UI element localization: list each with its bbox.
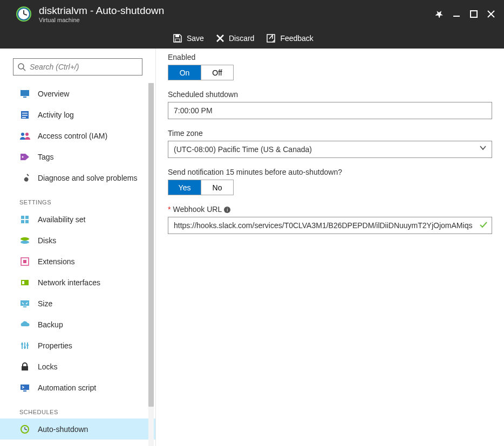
svg-rect-25 <box>21 216 24 219</box>
svg-rect-35 <box>21 300 29 306</box>
webhook-input[interactable] <box>168 217 492 234</box>
sidebar-item-tags[interactable]: Tags <box>0 146 155 167</box>
pin-icon[interactable] <box>432 6 447 22</box>
monitor-icon <box>19 90 30 98</box>
sidebar-item-label: Disks <box>38 236 56 245</box>
log-icon <box>19 111 30 119</box>
sidebar-item-properties[interactable]: Properties <box>0 335 155 356</box>
close-icon[interactable] <box>483 6 499 22</box>
timezone-select[interactable] <box>168 141 492 158</box>
enabled-off-button[interactable]: Off <box>201 65 233 80</box>
sidebar-item-overview[interactable]: Overview <box>0 83 155 104</box>
clock-small-icon <box>19 425 30 434</box>
sidebar-item-locks[interactable]: Locks <box>0 356 155 377</box>
svg-rect-32 <box>23 260 26 263</box>
sliders-icon <box>19 341 30 350</box>
schedule-input[interactable] <box>168 102 492 119</box>
svg-rect-20 <box>22 117 26 118</box>
clock-icon <box>15 5 32 23</box>
svg-rect-15 <box>21 90 29 96</box>
sidebar-item-label: Overview <box>38 90 69 98</box>
settings-group-title: SETTINGS <box>0 196 155 209</box>
size-icon <box>19 300 30 307</box>
svg-rect-5 <box>471 11 477 17</box>
sidebar-item-diagnose[interactable]: Diagnose and solve problems <box>0 167 155 188</box>
content-pane: Enabled On Off Scheduled shutdown Time z… <box>156 49 504 446</box>
svg-line-24 <box>27 174 29 176</box>
sidebar-item-network[interactable]: Network interfaces <box>0 272 155 293</box>
feedback-label: Feedback <box>280 34 313 43</box>
svg-rect-4 <box>453 16 460 17</box>
puzzle-icon <box>19 257 30 266</box>
svg-rect-18 <box>22 113 28 114</box>
svg-point-40 <box>21 343 23 345</box>
svg-rect-16 <box>23 97 26 98</box>
svg-rect-9 <box>175 39 180 42</box>
sidebar-item-label: Diagnose and solve problems <box>38 174 137 182</box>
search-icon <box>17 63 26 73</box>
svg-point-23 <box>22 156 24 157</box>
sidebar-item-label: Automation script <box>38 383 96 392</box>
enabled-toggle: On Off <box>168 65 234 80</box>
notify-toggle: Yes No <box>168 180 234 195</box>
save-label: Save <box>187 34 204 43</box>
minimize-icon[interactable] <box>449 6 464 22</box>
page-subtitle: Virtual machine <box>39 17 164 23</box>
sidebar-item-availability-set[interactable]: Availability set <box>0 209 155 230</box>
grid-icon <box>19 215 30 224</box>
save-button[interactable]: Save <box>173 33 204 43</box>
sidebar-item-label: Extensions <box>38 257 74 266</box>
sidebar-item-label: Network interfaces <box>38 278 100 287</box>
timezone-label: Time zone <box>168 129 492 138</box>
svg-rect-34 <box>22 281 24 284</box>
sidebar: Overview Activity log Access control (IA… <box>0 49 156 446</box>
enabled-label: Enabled <box>168 53 492 61</box>
enabled-on-button[interactable]: On <box>168 65 201 80</box>
sidebar-item-backup[interactable]: Backup <box>0 314 155 335</box>
schedule-label: Scheduled shutdown <box>168 90 492 99</box>
notify-no-button[interactable]: No <box>201 180 233 195</box>
svg-rect-36 <box>23 306 26 307</box>
sidebar-item-label: Auto-shutdown <box>38 425 88 434</box>
svg-point-22 <box>25 133 29 136</box>
sidebar-item-label: Access control (IAM) <box>38 132 107 140</box>
sidebar-item-label: Tags <box>38 153 54 161</box>
info-icon[interactable]: i <box>224 207 230 213</box>
sidebar-item-disks[interactable]: Disks <box>0 230 155 251</box>
svg-point-29 <box>21 237 29 241</box>
discard-button[interactable]: Discard <box>216 34 254 43</box>
backup-icon <box>19 321 30 328</box>
sidebar-item-automation-script[interactable]: Automation script <box>0 377 155 398</box>
sidebar-item-auto-shutdown[interactable]: Auto-shutdown <box>0 418 155 440</box>
svg-rect-43 <box>22 366 28 370</box>
svg-point-42 <box>26 344 29 346</box>
search-input[interactable] <box>13 58 142 76</box>
sidebar-item-label: Locks <box>38 362 58 371</box>
sidebar-item-access-control[interactable]: Access control (IAM) <box>0 125 155 146</box>
page-title: disktrialvm - Auto-shutdown <box>39 5 164 17</box>
notify-yes-button[interactable]: Yes <box>168 180 201 195</box>
people-icon <box>19 132 30 140</box>
command-bar: Save Discard Feedback <box>0 28 504 49</box>
lock-icon <box>19 362 30 371</box>
feedback-button[interactable]: Feedback <box>266 33 313 43</box>
nic-icon <box>19 278 30 287</box>
blade-header: disktrialvm - Auto-shutdown Virtual mach… <box>0 0 504 28</box>
webhook-label-text: Webhook URL <box>173 205 222 214</box>
scrollbar-thumb[interactable] <box>148 83 154 407</box>
check-icon <box>479 221 488 231</box>
svg-rect-28 <box>25 220 29 223</box>
svg-point-41 <box>24 346 26 348</box>
tag-icon <box>19 153 30 161</box>
sidebar-item-size[interactable]: Size <box>0 293 155 314</box>
sidebar-scrollbar[interactable] <box>148 83 154 446</box>
sidebar-item-label: Backup <box>38 320 63 329</box>
svg-rect-45 <box>23 390 26 392</box>
svg-point-13 <box>18 64 24 69</box>
sidebar-item-activity-log[interactable]: Activity log <box>0 104 155 125</box>
wrench-icon <box>19 173 30 183</box>
sidebar-item-extensions[interactable]: Extensions <box>0 251 155 272</box>
svg-point-30 <box>21 241 29 244</box>
webhook-label: *Webhook URLi <box>168 205 492 214</box>
maximize-icon[interactable] <box>466 6 481 22</box>
